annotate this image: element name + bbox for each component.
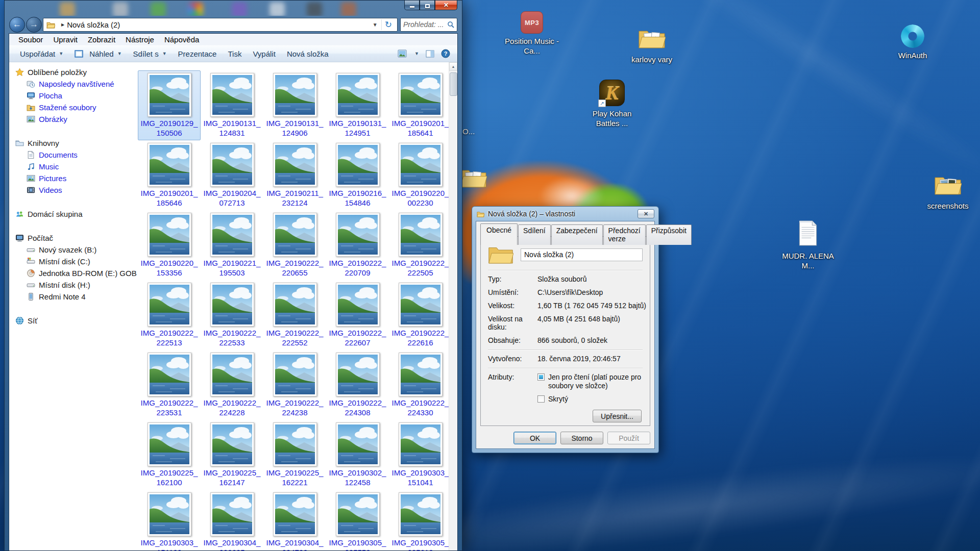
refresh-icon[interactable]: ↻ — [382, 20, 395, 29]
sidebar-item-mistni-disk-h[interactable]: Místní disk (H:) — [9, 279, 137, 291]
file-item-img-20190131-124831[interactable]: IMG_20190131_124831 — [201, 70, 263, 140]
file-item-img-20190305-085558[interactable]: IMG_20190305_085558 — [326, 490, 389, 550]
folder-name-input[interactable] — [521, 248, 643, 261]
file-item-img-20190304-204728[interactable]: IMG_20190304_204728 — [263, 490, 326, 550]
file-item-img-20190222-222533[interactable]: IMG_20190222_222533 — [201, 280, 263, 350]
breadcrumb-arrow-icon[interactable]: ▶ — [61, 22, 64, 27]
menu-nastroje[interactable]: Nástroje — [120, 35, 159, 44]
tab-zabezpeceni[interactable]: Zabezpečení — [551, 224, 603, 245]
file-item-img-20190222-222607[interactable]: IMG_20190222_222607 — [326, 280, 389, 350]
file-item-img-20190222-220709[interactable]: IMG_20190222_220709 — [326, 210, 389, 280]
toolbar-button-prezentace[interactable]: Prezentace — [173, 47, 223, 61]
file-item-img-20190201-185641[interactable]: IMG_20190201_185641 — [389, 70, 449, 140]
help-icon[interactable]: ? — [441, 49, 450, 58]
hidden-checkbox[interactable] — [537, 395, 545, 403]
file-item-img-20190225-162147[interactable]: IMG_20190225_162147 — [201, 420, 263, 490]
sidebar-section-sit[interactable]: Síť — [9, 315, 137, 327]
search-box[interactable] — [400, 18, 457, 32]
apply-button[interactable]: Použít — [607, 432, 650, 444]
menu-zobrazit[interactable]: Zobrazit — [83, 35, 120, 44]
scroll-thumb[interactable] — [450, 72, 457, 96]
file-item-img-20190222-222616[interactable]: IMG_20190222_222616 — [389, 280, 449, 350]
file-item-img-20190302-122458[interactable]: IMG_20190302_122458 — [326, 420, 389, 490]
file-item-img-20190222-224228[interactable]: IMG_20190222_224228 — [201, 350, 263, 420]
breadcrumb[interactable]: Nová složka (2) — [67, 20, 369, 29]
file-item-img-20190304-080625[interactable]: IMG_20190304_080625 — [201, 490, 263, 550]
minimize-button[interactable] — [404, 1, 420, 10]
sidebar-item-redmi-note-4[interactable]: Redmi Note 4 — [9, 291, 137, 303]
sidebar-item-novy-svazek-b[interactable]: Nový svazek (B:) — [9, 244, 137, 256]
file-item-img-20190220-153356[interactable]: IMG_20190220_153356 — [138, 210, 201, 280]
tab-sdileni[interactable]: Sdílení — [518, 224, 551, 245]
scroll-up-arrow[interactable]: ▲ — [449, 62, 457, 71]
desktop-icon-screenshots[interactable]: screenshots — [920, 173, 976, 211]
file-item-img-20190204-072713[interactable]: IMG_20190204_072713 — [201, 140, 263, 210]
file-item-img-20190222-223531[interactable]: IMG_20190222_223531 — [138, 350, 201, 420]
file-item-img-20190225-162100[interactable]: IMG_20190225_162100 — [138, 420, 201, 490]
readonly-checkbox-row[interactable]: Jen pro čtení (platí pouze pro soubory v… — [537, 373, 643, 390]
preview-pane-icon[interactable] — [426, 50, 434, 58]
file-item-img-20190222-220655[interactable]: IMG_20190222_220655 — [263, 210, 326, 280]
sidebar-section-pocitac[interactable]: Počítač — [9, 232, 137, 244]
menu-soubor[interactable]: Soubor — [13, 35, 48, 44]
dialog-close-button[interactable]: ✕ — [638, 209, 654, 218]
file-item-img-20190220-002230[interactable]: IMG_20190220_002230 — [389, 140, 449, 210]
readonly-checkbox[interactable] — [537, 373, 545, 381]
desktop-icon-mudr-alena-m[interactable]: MUDR. ALENA M... — [780, 220, 836, 270]
toolbar-button-sdilet-s[interactable]: Sdílet s▼ — [128, 47, 173, 61]
toolbar-button-tisk[interactable]: Tisk — [222, 47, 247, 61]
file-item-img-20190222-222552[interactable]: IMG_20190222_222552 — [263, 280, 326, 350]
sidebar-item-music[interactable]: Music — [9, 161, 137, 172]
file-item-img-20190131-124906[interactable]: IMG_20190131_124906 — [263, 70, 326, 140]
advanced-button[interactable]: Upřesnit... — [593, 410, 642, 422]
search-icon[interactable] — [447, 21, 454, 28]
menu-napoveda[interactable]: Nápověda — [159, 35, 204, 44]
sidebar-item-jednotka-bd-rom-e-gobliiin[interactable]: Jednotka BD-ROM (E:) GOBLIIIN — [9, 267, 137, 279]
sidebar-item-videos[interactable]: Videos — [9, 184, 137, 196]
file-item-img-20190222-224238[interactable]: IMG_20190222_224238 — [263, 350, 326, 420]
file-item-img-20190303-151100[interactable]: IMG_20190303_151100 — [138, 490, 201, 550]
toolbar-button-vypalit[interactable]: Vypálit — [247, 47, 281, 61]
maximize-button[interactable] — [420, 1, 435, 10]
file-item-img-20190201-185646[interactable]: IMG_20190201_185646 — [138, 140, 201, 210]
toolbar-button-usporadat[interactable]: Uspořádat▼ — [14, 47, 69, 61]
dialog-titlebar[interactable]: Nová složka (2) – vlastnosti ✕ — [472, 207, 658, 221]
tab-prizpusobit[interactable]: Přizpůsobit — [646, 224, 692, 245]
sidebar-section-knihovny[interactable]: Knihovny — [9, 137, 137, 149]
file-item-img-20190222-222513[interactable]: IMG_20190222_222513 — [138, 280, 201, 350]
search-input[interactable] — [403, 20, 447, 29]
cancel-button[interactable]: Storno — [560, 432, 603, 444]
tab-predchozi-verze[interactable]: Předchozí verze — [603, 224, 646, 245]
file-item-img-20190225-162221[interactable]: IMG_20190225_162221 — [263, 420, 326, 490]
file-item-img-20190305-085618[interactable]: IMG_20190305_085618 — [389, 490, 449, 550]
sidebar-item-stazene-soubory[interactable]: Stažené soubory — [9, 102, 137, 113]
address-bar[interactable]: ▶ Nová složka (2) ▼ ↻ — [43, 18, 398, 32]
desktop-icon-play-kohan-battles[interactable]: K↗Play Kohan Battles ... — [584, 80, 640, 128]
sidebar-section-oblibene-polozky[interactable]: Oblíbené položky — [9, 66, 137, 78]
sidebar-item-plocha[interactable]: Plocha — [9, 90, 137, 102]
desktop-icon-position-music-ca[interactable]: MP3Position Music - Ca... — [504, 11, 560, 56]
file-item-img-20190222-222505[interactable]: IMG_20190222_222505 — [389, 210, 449, 280]
tab-obecne[interactable]: Obecné — [480, 223, 518, 245]
address-dropdown-icon[interactable]: ▼ — [369, 22, 381, 28]
file-item-img-20190211-232124[interactable]: IMG_20190211_232124 — [263, 140, 326, 210]
desktop-icon-winauth[interactable]: WinAuth — [885, 24, 941, 60]
back-button[interactable]: ← — [9, 17, 25, 33]
close-button[interactable]: ✕ — [435, 1, 457, 10]
file-item-img-20190129-150506[interactable]: IMG_20190129_150506 — [138, 70, 201, 140]
ok-button[interactable]: OK — [513, 432, 556, 444]
change-view-icon[interactable] — [398, 49, 407, 58]
sidebar-item-obrazky[interactable]: Obrázky — [9, 113, 137, 125]
toolbar-button-nahled[interactable]: Náhled▼ — [69, 47, 127, 61]
desktop-icon-karlovy-vary[interactable]: karlovy vary — [624, 27, 680, 64]
explorer-titlebar[interactable]: ✕ — [5, 1, 462, 16]
file-item-img-20190222-224308[interactable]: IMG_20190222_224308 — [326, 350, 389, 420]
toolbar-button-nova-slozka[interactable]: Nová složka — [281, 47, 334, 61]
sidebar-item-documents[interactable]: Documents — [9, 149, 137, 161]
sidebar-item-pictures[interactable]: Pictures — [9, 172, 137, 184]
sidebar-section-domaci-skupina[interactable]: Domácí skupina — [9, 208, 137, 220]
file-item-img-20190221-195503[interactable]: IMG_20190221_195503 — [201, 210, 263, 280]
file-item-img-20190216-154846[interactable]: IMG_20190216_154846 — [326, 140, 389, 210]
file-item-img-20190303-151041[interactable]: IMG_20190303_151041 — [389, 420, 449, 490]
file-item-img-20190131-124951[interactable]: IMG_20190131_124951 — [326, 70, 389, 140]
